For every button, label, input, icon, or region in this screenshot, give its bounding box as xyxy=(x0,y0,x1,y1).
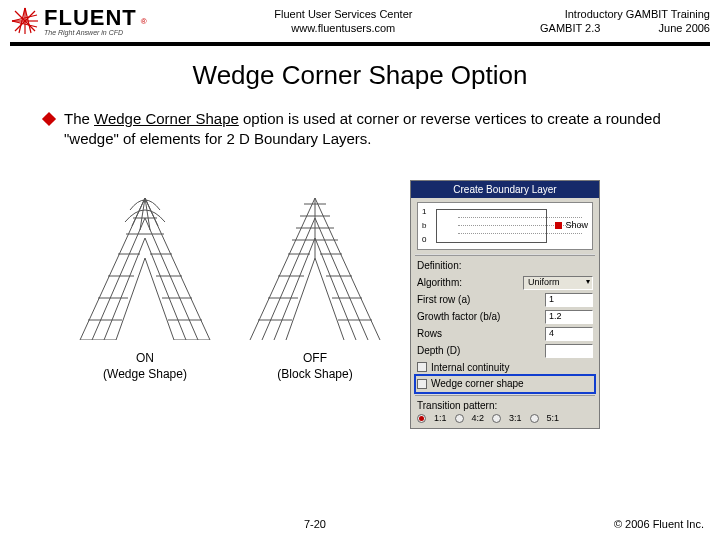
axis-label-0: 0 xyxy=(422,235,426,246)
internal-continuity-checkbox[interactable] xyxy=(417,362,427,372)
wedge-corner-label: Wedge corner shape xyxy=(431,377,524,391)
pattern-radio-1-1[interactable] xyxy=(417,414,426,423)
diamond-bullet-icon xyxy=(42,112,56,126)
underlined-term: Wedge Corner Shape xyxy=(94,110,239,127)
growth-factor-label: Growth factor (b/a) xyxy=(417,310,541,324)
create-boundary-layer-panel: Create Boundary Layer 1 b 0 Show Definit… xyxy=(410,180,600,430)
header-right: Introductory GAMBIT Training GAMBIT 2.3 … xyxy=(540,7,710,36)
diagram-on: ON (Wedge Shape) xyxy=(70,180,220,382)
wedge-on-icon xyxy=(70,180,220,340)
slide-header: FLUENT The Right Answer in CFD ® Fluent … xyxy=(0,0,720,40)
copyright: © 2006 Fluent Inc. xyxy=(614,518,704,530)
algorithm-label: Algorithm: xyxy=(417,276,519,290)
header-rule xyxy=(10,42,710,46)
plot-preview: 1 b 0 Show xyxy=(417,202,593,250)
panel-title: Create Boundary Layer xyxy=(411,181,599,199)
pattern-radio-5-1[interactable] xyxy=(530,414,539,423)
rows-input[interactable]: 4 xyxy=(545,327,593,341)
pattern-radio-3-1[interactable] xyxy=(492,414,501,423)
wedge-corner-checkbox[interactable] xyxy=(417,379,427,389)
version-label: GAMBIT 2.3 xyxy=(540,21,600,35)
date-label: June 2006 xyxy=(659,21,710,35)
brand-tagline: The Right Answer in CFD xyxy=(44,29,137,36)
depth-input[interactable] xyxy=(545,344,593,358)
growth-factor-input[interactable]: 1.2 xyxy=(545,310,593,324)
brand-name: FLUENT xyxy=(44,7,137,29)
services-center-label: Fluent User Services Center xyxy=(147,7,540,21)
diagram-on-label-1: ON xyxy=(70,350,220,366)
algorithm-dropdown[interactable]: Uniform▾ xyxy=(523,276,593,290)
transition-pattern-label: Transition pattern: xyxy=(417,399,593,413)
brand-logo: FLUENT The Right Answer in CFD ® xyxy=(10,6,147,36)
diagram-off: OFF (Block Shape) xyxy=(240,180,390,382)
pattern-radio-4-2[interactable] xyxy=(455,414,464,423)
training-title: Introductory GAMBIT Training xyxy=(540,7,710,21)
sunburst-icon xyxy=(10,6,40,36)
page-number: 7-20 xyxy=(16,518,614,530)
slide-title: Wedge Corner Shape Option xyxy=(0,60,720,91)
axis-label-1: 1 xyxy=(422,207,426,218)
depth-label: Depth (D) xyxy=(417,344,541,358)
first-row-input[interactable]: 1 xyxy=(545,293,593,307)
show-toggle[interactable]: Show xyxy=(555,219,588,231)
chevron-down-icon: ▾ xyxy=(586,277,590,288)
axis-label-b: b xyxy=(422,221,426,232)
bullet-text: The Wedge Corner Shape option is used at… xyxy=(64,109,692,150)
services-url: www.fluentusers.com xyxy=(147,21,540,35)
wedge-off-icon xyxy=(240,180,390,340)
bullet-item: The Wedge Corner Shape option is used at… xyxy=(44,109,692,150)
rows-label: Rows xyxy=(417,327,541,341)
internal-continuity-label: Internal continuity xyxy=(431,361,509,375)
diagram-off-label-2: (Block Shape) xyxy=(240,366,390,382)
slide-footer: 7-20 © 2006 Fluent Inc. xyxy=(0,518,720,530)
diagram-off-label-1: OFF xyxy=(240,350,390,366)
first-row-label: First row (a) xyxy=(417,293,541,307)
diagram-on-label-2: (Wedge Shape) xyxy=(70,366,220,382)
header-center: Fluent User Services Center www.fluentus… xyxy=(147,7,540,36)
definition-label: Definition: xyxy=(417,259,593,273)
